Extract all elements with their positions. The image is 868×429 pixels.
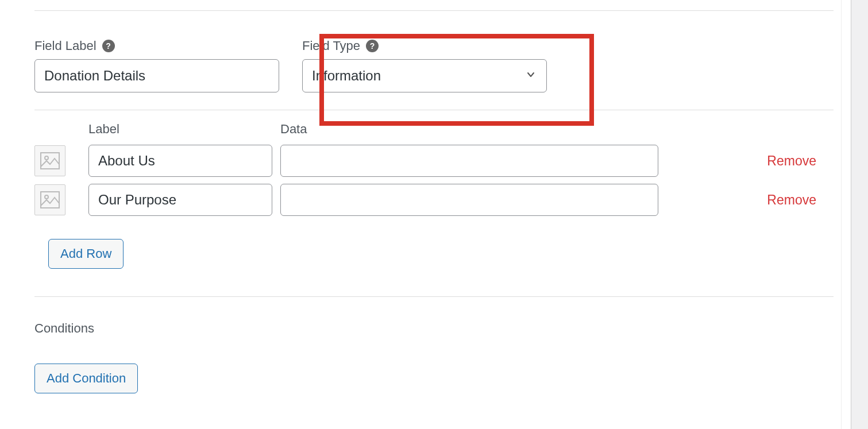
- field-label-group: Field Label ?: [34, 38, 279, 92]
- remove-button[interactable]: Remove: [767, 153, 816, 169]
- field-type-heading: Field Type: [302, 38, 360, 53]
- field-definition-row: Field Label ? Field Type ?: [34, 11, 834, 110]
- help-icon[interactable]: ?: [366, 40, 379, 52]
- image-placeholder-icon[interactable]: [34, 184, 65, 215]
- table-row: Remove: [34, 145, 834, 177]
- row-label-input[interactable]: [88, 184, 272, 216]
- rows-header-label: Label: [88, 122, 280, 137]
- conditions-section: Conditions Add Condition: [34, 296, 834, 393]
- field-type-group: Field Type ?: [302, 38, 547, 92]
- table-row: Remove: [34, 184, 834, 216]
- panel-right-edge: [851, 0, 868, 429]
- help-icon[interactable]: ?: [102, 40, 115, 52]
- image-placeholder-icon[interactable]: [34, 145, 65, 176]
- remove-button[interactable]: Remove: [767, 192, 816, 208]
- rows-section: Label Data Remove Remove Add Row: [34, 110, 834, 269]
- conditions-heading: Conditions: [34, 321, 834, 336]
- row-data-input[interactable]: [280, 184, 658, 216]
- field-type-select[interactable]: [302, 59, 547, 92]
- field-label-input[interactable]: [34, 59, 279, 92]
- add-condition-button[interactable]: Add Condition: [34, 364, 138, 393]
- svg-point-1: [45, 156, 48, 160]
- rows-header-data: Data: [280, 122, 307, 137]
- field-label-heading: Field Label: [34, 38, 97, 53]
- add-row-button[interactable]: Add Row: [48, 239, 124, 269]
- svg-point-3: [45, 195, 48, 199]
- row-label-input[interactable]: [88, 145, 272, 177]
- row-data-input[interactable]: [280, 145, 658, 177]
